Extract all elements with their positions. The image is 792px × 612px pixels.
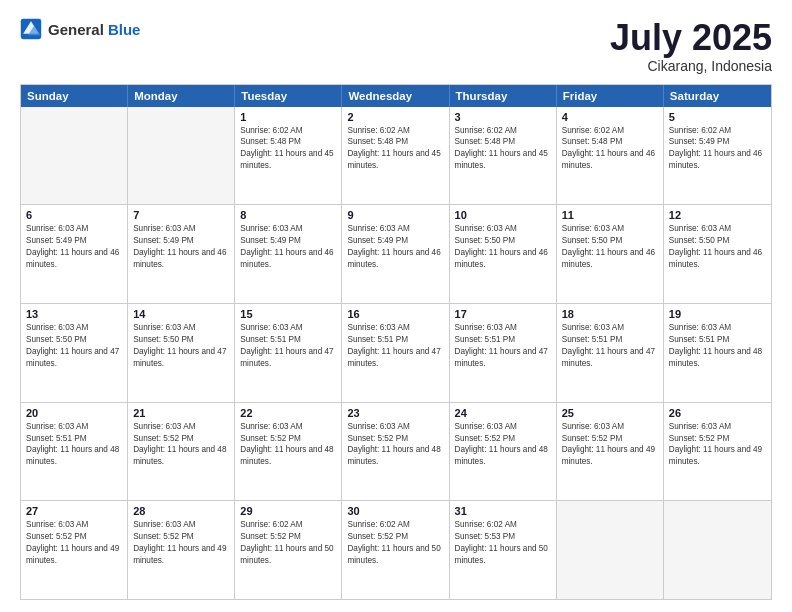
day-number: 14 (133, 308, 229, 320)
cal-cell: 19Sunrise: 6:03 AM Sunset: 5:51 PM Dayli… (664, 304, 771, 402)
day-number: 26 (669, 407, 766, 419)
day-number: 24 (455, 407, 551, 419)
cal-header-wednesday: Wednesday (342, 85, 449, 107)
cal-cell: 28Sunrise: 6:03 AM Sunset: 5:52 PM Dayli… (128, 501, 235, 599)
cell-text: Sunrise: 6:03 AM Sunset: 5:50 PM Dayligh… (669, 223, 766, 271)
cell-text: Sunrise: 6:03 AM Sunset: 5:51 PM Dayligh… (669, 322, 766, 370)
day-number: 2 (347, 111, 443, 123)
cal-header-saturday: Saturday (664, 85, 771, 107)
cal-cell: 6Sunrise: 6:03 AM Sunset: 5:49 PM Daylig… (21, 205, 128, 303)
cell-text: Sunrise: 6:02 AM Sunset: 5:48 PM Dayligh… (240, 125, 336, 173)
cell-text: Sunrise: 6:03 AM Sunset: 5:52 PM Dayligh… (133, 519, 229, 567)
cell-text: Sunrise: 6:03 AM Sunset: 5:49 PM Dayligh… (240, 223, 336, 271)
day-number: 9 (347, 209, 443, 221)
logo-blue-text: Blue (108, 21, 141, 38)
cell-text: Sunrise: 6:02 AM Sunset: 5:48 PM Dayligh… (562, 125, 658, 173)
day-number: 11 (562, 209, 658, 221)
cal-cell: 2Sunrise: 6:02 AM Sunset: 5:48 PM Daylig… (342, 107, 449, 205)
day-number: 25 (562, 407, 658, 419)
cal-header-sunday: Sunday (21, 85, 128, 107)
day-number: 7 (133, 209, 229, 221)
cal-header-monday: Monday (128, 85, 235, 107)
cell-text: Sunrise: 6:03 AM Sunset: 5:51 PM Dayligh… (26, 421, 122, 469)
cal-cell: 27Sunrise: 6:03 AM Sunset: 5:52 PM Dayli… (21, 501, 128, 599)
day-number: 10 (455, 209, 551, 221)
cal-week-5: 27Sunrise: 6:03 AM Sunset: 5:52 PM Dayli… (21, 500, 771, 599)
cal-cell: 20Sunrise: 6:03 AM Sunset: 5:51 PM Dayli… (21, 403, 128, 501)
cell-text: Sunrise: 6:02 AM Sunset: 5:48 PM Dayligh… (347, 125, 443, 173)
day-number: 8 (240, 209, 336, 221)
cal-header-friday: Friday (557, 85, 664, 107)
cal-cell: 1Sunrise: 6:02 AM Sunset: 5:48 PM Daylig… (235, 107, 342, 205)
day-number: 23 (347, 407, 443, 419)
cal-cell: 29Sunrise: 6:02 AM Sunset: 5:52 PM Dayli… (235, 501, 342, 599)
cal-cell: 7Sunrise: 6:03 AM Sunset: 5:49 PM Daylig… (128, 205, 235, 303)
cal-week-2: 6Sunrise: 6:03 AM Sunset: 5:49 PM Daylig… (21, 204, 771, 303)
day-number: 21 (133, 407, 229, 419)
cal-cell: 10Sunrise: 6:03 AM Sunset: 5:50 PM Dayli… (450, 205, 557, 303)
cell-text: Sunrise: 6:03 AM Sunset: 5:51 PM Dayligh… (562, 322, 658, 370)
cal-cell (21, 107, 128, 205)
day-number: 16 (347, 308, 443, 320)
logo: GeneralBlue (20, 18, 140, 40)
logo-general-text: General (48, 21, 104, 38)
calendar: SundayMondayTuesdayWednesdayThursdayFrid… (20, 84, 772, 600)
cell-text: Sunrise: 6:03 AM Sunset: 5:50 PM Dayligh… (562, 223, 658, 271)
cal-cell: 26Sunrise: 6:03 AM Sunset: 5:52 PM Dayli… (664, 403, 771, 501)
cell-text: Sunrise: 6:03 AM Sunset: 5:52 PM Dayligh… (562, 421, 658, 469)
calendar-header-row: SundayMondayTuesdayWednesdayThursdayFrid… (21, 85, 771, 107)
cell-text: Sunrise: 6:03 AM Sunset: 5:52 PM Dayligh… (26, 519, 122, 567)
cal-cell: 16Sunrise: 6:03 AM Sunset: 5:51 PM Dayli… (342, 304, 449, 402)
month-title: July 2025 (610, 18, 772, 58)
cell-text: Sunrise: 6:03 AM Sunset: 5:51 PM Dayligh… (455, 322, 551, 370)
day-number: 6 (26, 209, 122, 221)
day-number: 30 (347, 505, 443, 517)
cell-text: Sunrise: 6:03 AM Sunset: 5:51 PM Dayligh… (347, 322, 443, 370)
page: GeneralBlue July 2025 Cikarang, Indonesi… (0, 0, 792, 612)
cell-text: Sunrise: 6:03 AM Sunset: 5:49 PM Dayligh… (133, 223, 229, 271)
cell-text: Sunrise: 6:03 AM Sunset: 5:50 PM Dayligh… (133, 322, 229, 370)
day-number: 15 (240, 308, 336, 320)
day-number: 4 (562, 111, 658, 123)
cal-week-3: 13Sunrise: 6:03 AM Sunset: 5:50 PM Dayli… (21, 303, 771, 402)
cell-text: Sunrise: 6:03 AM Sunset: 5:50 PM Dayligh… (455, 223, 551, 271)
cell-text: Sunrise: 6:03 AM Sunset: 5:49 PM Dayligh… (26, 223, 122, 271)
cal-cell: 3Sunrise: 6:02 AM Sunset: 5:48 PM Daylig… (450, 107, 557, 205)
cal-cell: 13Sunrise: 6:03 AM Sunset: 5:50 PM Dayli… (21, 304, 128, 402)
cell-text: Sunrise: 6:03 AM Sunset: 5:51 PM Dayligh… (240, 322, 336, 370)
day-number: 18 (562, 308, 658, 320)
day-number: 29 (240, 505, 336, 517)
cal-cell: 30Sunrise: 6:02 AM Sunset: 5:52 PM Dayli… (342, 501, 449, 599)
title-block: July 2025 Cikarang, Indonesia (610, 18, 772, 74)
day-number: 28 (133, 505, 229, 517)
cal-cell: 22Sunrise: 6:03 AM Sunset: 5:52 PM Dayli… (235, 403, 342, 501)
cell-text: Sunrise: 6:02 AM Sunset: 5:48 PM Dayligh… (455, 125, 551, 173)
cal-cell: 31Sunrise: 6:02 AM Sunset: 5:53 PM Dayli… (450, 501, 557, 599)
day-number: 31 (455, 505, 551, 517)
cal-cell: 24Sunrise: 6:03 AM Sunset: 5:52 PM Dayli… (450, 403, 557, 501)
cell-text: Sunrise: 6:03 AM Sunset: 5:50 PM Dayligh… (26, 322, 122, 370)
day-number: 1 (240, 111, 336, 123)
cal-cell: 14Sunrise: 6:03 AM Sunset: 5:50 PM Dayli… (128, 304, 235, 402)
calendar-body: 1Sunrise: 6:02 AM Sunset: 5:48 PM Daylig… (21, 107, 771, 599)
cell-text: Sunrise: 6:02 AM Sunset: 5:49 PM Dayligh… (669, 125, 766, 173)
cal-cell: 4Sunrise: 6:02 AM Sunset: 5:48 PM Daylig… (557, 107, 664, 205)
day-number: 13 (26, 308, 122, 320)
cal-cell: 8Sunrise: 6:03 AM Sunset: 5:49 PM Daylig… (235, 205, 342, 303)
cell-text: Sunrise: 6:02 AM Sunset: 5:53 PM Dayligh… (455, 519, 551, 567)
day-number: 19 (669, 308, 766, 320)
day-number: 5 (669, 111, 766, 123)
cal-cell: 15Sunrise: 6:03 AM Sunset: 5:51 PM Dayli… (235, 304, 342, 402)
generalblue-logo-icon (20, 18, 42, 40)
cal-cell: 25Sunrise: 6:03 AM Sunset: 5:52 PM Dayli… (557, 403, 664, 501)
cal-header-tuesday: Tuesday (235, 85, 342, 107)
cell-text: Sunrise: 6:03 AM Sunset: 5:52 PM Dayligh… (240, 421, 336, 469)
location: Cikarang, Indonesia (610, 58, 772, 74)
day-number: 27 (26, 505, 122, 517)
cell-text: Sunrise: 6:03 AM Sunset: 5:52 PM Dayligh… (669, 421, 766, 469)
cell-text: Sunrise: 6:03 AM Sunset: 5:52 PM Dayligh… (347, 421, 443, 469)
cal-cell: 23Sunrise: 6:03 AM Sunset: 5:52 PM Dayli… (342, 403, 449, 501)
cal-week-4: 20Sunrise: 6:03 AM Sunset: 5:51 PM Dayli… (21, 402, 771, 501)
cell-text: Sunrise: 6:02 AM Sunset: 5:52 PM Dayligh… (347, 519, 443, 567)
header: GeneralBlue July 2025 Cikarang, Indonesi… (20, 18, 772, 74)
